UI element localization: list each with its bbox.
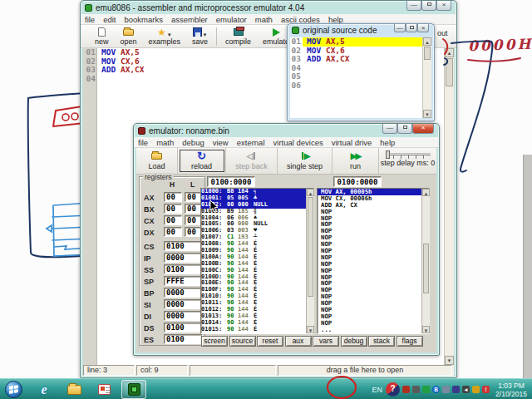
step-back-button[interactable]: ◁step back — [226, 148, 278, 174]
memory-scrollbar[interactable]: ▲ ▼ — [306, 189, 314, 333]
disasm-row[interactable]: NOP — [318, 215, 429, 222]
disasm-row[interactable]: NOP — [318, 248, 429, 254]
load-button[interactable]: Load — [136, 148, 178, 174]
emu-menu-item-view[interactable]: view — [209, 137, 233, 148]
reset-button[interactable]: reset — [257, 336, 283, 347]
register-SI[interactable]: 0000 — [164, 299, 203, 309]
step-delay-slider[interactable] — [386, 153, 431, 155]
source-line[interactable]: 04 — [290, 64, 431, 73]
scrollbar-thumb[interactable] — [446, 58, 453, 86]
emu-menu-item-virtual-devices[interactable]: virtual devices — [269, 137, 328, 148]
disasm-row[interactable]: NOP — [318, 274, 429, 281]
shield-icon[interactable] — [472, 386, 480, 393]
tray-icon-gray[interactable] — [412, 386, 420, 393]
taskbar-powerpoint-button[interactable] — [91, 380, 116, 399]
disasm-address-box[interactable]: 0100:0000 — [333, 176, 382, 187]
menu-item-math[interactable]: math — [251, 14, 277, 25]
volume-icon[interactable]: ◄ — [462, 386, 470, 393]
register-CX-h[interactable]: 00 — [164, 215, 182, 225]
main-titlebar[interactable]: emu8086 - assembler and microprocessor e… — [81, 1, 456, 14]
menu-item-file[interactable]: file — [81, 14, 99, 25]
menu-item-assembler[interactable]: assembler — [167, 14, 212, 25]
editor-scrollbar[interactable]: ▲ ▼ — [444, 48, 454, 365]
scroll-down-icon[interactable]: ▼ — [307, 326, 314, 333]
scroll-up-icon[interactable]: ▲ — [307, 189, 314, 196]
examples-button[interactable]: ★▼examples — [143, 27, 187, 46]
toolbar-partial-label[interactable]: out — [437, 29, 448, 37]
scroll-down-icon[interactable]: ▼ — [422, 326, 430, 333]
menu-item-emulator[interactable]: emulator — [212, 14, 251, 25]
minimize-button[interactable]: — — [394, 24, 406, 32]
source-line[interactable]: 03ADD AX,CX — [290, 55, 431, 64]
maximize-button[interactable] — [406, 24, 417, 32]
emu-menu-item-file[interactable]: file — [134, 137, 152, 148]
disasm-row[interactable]: NOP — [318, 268, 429, 274]
register-BX-h[interactable]: 00 — [164, 204, 182, 214]
disasm-row[interactable]: NOP — [318, 280, 429, 287]
disasm-row[interactable]: NOP — [318, 320, 429, 327]
disasm-row[interactable]: NOP — [318, 241, 429, 248]
register-SS[interactable]: 0100 — [164, 264, 203, 274]
flags-button[interactable]: flags — [397, 336, 423, 347]
register-IP[interactable]: 0000 — [164, 253, 203, 263]
register-CS[interactable]: 0100 — [164, 241, 203, 251]
source-line[interactable]: 06 — [290, 81, 431, 91]
step-delay-control[interactable]: step delay ms: 0 — [379, 148, 436, 174]
slider-thumb[interactable] — [386, 150, 390, 159]
tray-icon-blue[interactable] — [452, 386, 460, 393]
disasm-row[interactable]: NOP — [318, 228, 429, 234]
disasm-row[interactable]: NOP — [318, 307, 429, 313]
tray-icon-red[interactable] — [402, 386, 410, 393]
tray-help-icon[interactable]: ? — [386, 382, 400, 397]
scroll-down-icon[interactable]: ▼ — [423, 110, 431, 118]
disasm-row[interactable]: NOP — [318, 287, 429, 293]
taskbar-emu8086-button[interactable] — [121, 380, 146, 399]
scrollbar-thumb[interactable] — [424, 47, 431, 60]
memory-list[interactable]: 01000:B8184╕01001:05005♣01002:00000NULL0… — [200, 188, 314, 334]
maximize-button[interactable] — [421, 1, 436, 11]
save-button[interactable]: ▼save — [186, 27, 214, 46]
register-DS[interactable]: 0100 — [164, 323, 203, 332]
taskbar-explorer-button[interactable] — [62, 380, 86, 399]
taskbar-clock[interactable]: 1:03 PM 2/10/2015 — [492, 382, 530, 398]
minimize-button[interactable]: — — [406, 1, 421, 11]
memory-address-box[interactable]: 0100:0000 — [207, 176, 255, 187]
debug-button[interactable]: debug — [341, 336, 367, 347]
source-scrollbar[interactable]: ▲ ▼ — [422, 37, 431, 118]
disasm-row[interactable]: NOP — [318, 234, 429, 241]
reload-button[interactable]: ↻reload — [178, 148, 226, 174]
disasm-row[interactable]: NOP — [318, 313, 429, 320]
menu-item-bookmarks[interactable]: bookmarks — [120, 14, 166, 25]
scroll-down-icon[interactable]: ▼ — [445, 356, 454, 365]
disasm-row[interactable]: NOP — [318, 300, 429, 307]
open-button[interactable]: open — [115, 27, 143, 46]
screen-button[interactable]: screen — [201, 336, 228, 347]
scroll-up-icon[interactable]: ▲ — [423, 37, 431, 46]
emu-menu-item-debug[interactable]: debug — [178, 137, 208, 148]
register-ES[interactable]: 0100 — [164, 334, 203, 344]
start-button[interactable] — [2, 380, 25, 399]
scrollbar-thumb[interactable] — [308, 197, 313, 297]
close-button[interactable]: × — [417, 24, 429, 32]
emu-menu-item-help[interactable]: help — [376, 137, 399, 148]
register-BP[interactable]: 0000 — [164, 288, 203, 298]
language-indicator[interactable]: EN — [372, 386, 382, 394]
compile-button[interactable]: compile — [219, 27, 257, 46]
minimize-button[interactable]: — — [382, 124, 397, 134]
maximize-button[interactable] — [397, 124, 412, 134]
register-SP[interactable]: FFFE — [164, 276, 203, 286]
scrollbar-thumb[interactable] — [423, 244, 429, 293]
register-DX-h[interactable]: 00 — [164, 227, 182, 237]
bluetooth-icon[interactable]: B — [432, 386, 440, 393]
source-code-list[interactable]: 01MOV AX,502MOV CX,603ADD AX,CX040506 ▲ … — [290, 37, 431, 118]
scroll-up-icon[interactable]: ▲ — [445, 48, 454, 57]
taskbar-ie-button[interactable]: e — [32, 380, 57, 399]
emu-menu-item-math[interactable]: math — [152, 137, 178, 148]
disasm-row[interactable]: NOP — [318, 221, 429, 228]
disasm-row[interactable]: NOP — [318, 293, 429, 300]
close-button[interactable]: × — [436, 1, 451, 11]
run-button[interactable]: ▶▶run — [332, 148, 379, 174]
tray-icon-network[interactable] — [422, 386, 430, 393]
aux-button[interactable]: aux — [285, 336, 312, 347]
disasm-row[interactable]: ADD AX, CX — [318, 202, 429, 209]
